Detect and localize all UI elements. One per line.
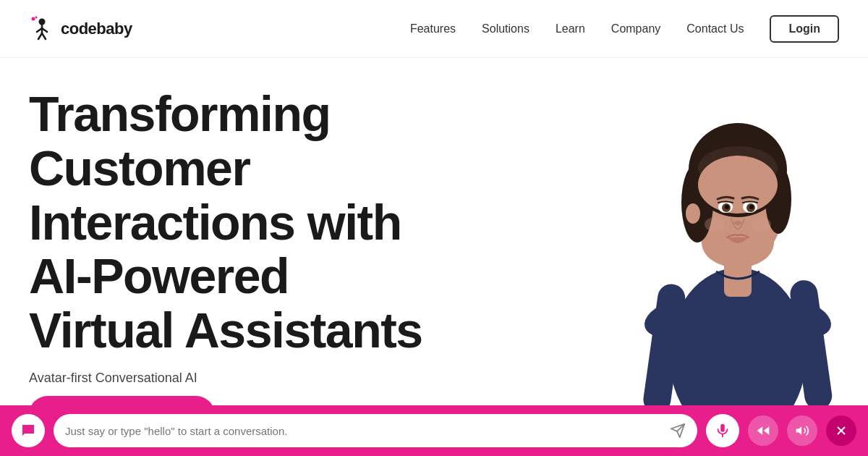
svg-point-30 [686, 203, 700, 224]
close-button[interactable] [826, 415, 856, 446]
nav-solutions[interactable]: Solutions [482, 22, 529, 35]
svg-point-7 [35, 16, 38, 18]
create-avatar-button[interactable]: Create Your Own Avatar [29, 396, 215, 405]
nav-features[interactable]: Features [410, 22, 456, 35]
hero-section: Transforming Customer Interactions with … [0, 58, 868, 405]
volume-button[interactable] [787, 415, 817, 446]
svg-point-25 [725, 205, 729, 209]
hero-title: Transforming Customer Interactions with … [29, 87, 434, 358]
mic-button[interactable] [706, 414, 739, 447]
send-button[interactable] [670, 423, 686, 439]
volume-icon [795, 423, 809, 438]
site-header: codebaby Features Solutions Learn Compan… [0, 0, 868, 58]
svg-line-5 [42, 33, 46, 39]
logo-link[interactable]: codebaby [29, 16, 132, 42]
chat-input[interactable] [65, 425, 663, 437]
svg-point-20 [698, 156, 778, 214]
chat-bar [0, 405, 868, 456]
svg-point-27 [734, 221, 741, 225]
svg-point-6 [32, 17, 35, 20]
chat-toggle-button[interactable] [12, 414, 45, 447]
avatar-figure [622, 58, 854, 405]
send-icon [670, 423, 686, 439]
svg-line-4 [38, 33, 42, 39]
svg-point-28 [705, 217, 725, 232]
codebaby-logo-icon [29, 16, 55, 42]
main-nav: Features Solutions Learn Company Contact… [410, 15, 839, 43]
svg-rect-31 [720, 424, 725, 432]
login-button[interactable]: Login [770, 15, 839, 43]
svg-point-0 [39, 18, 46, 25]
microphone-icon [715, 423, 731, 439]
chat-input-wrapper [54, 414, 697, 447]
logo-text: codebaby [61, 20, 132, 38]
nav-learn[interactable]: Learn [556, 22, 585, 35]
chat-bubble-icon [20, 422, 37, 439]
svg-point-26 [749, 205, 754, 209]
svg-point-29 [751, 217, 771, 232]
rewind-icon [756, 423, 770, 438]
nav-company[interactable]: Company [611, 22, 660, 35]
close-icon [835, 424, 848, 437]
rewind-button[interactable] [748, 415, 778, 446]
nav-contact[interactable]: Contact Us [686, 22, 744, 35]
